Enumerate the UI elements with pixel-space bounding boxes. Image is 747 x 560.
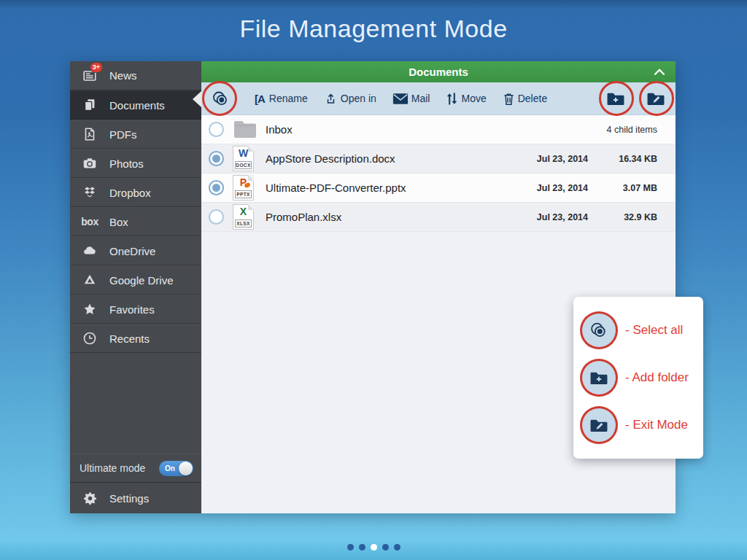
sidebar-item-settings[interactable]: Settings [70, 483, 201, 513]
legend-label: - Add folder [625, 370, 689, 385]
sidebar-item-label: News [109, 69, 137, 82]
exit-mode-button[interactable] [646, 91, 666, 106]
screen: File Management Mode 3+ News Documents [0, 0, 747, 560]
pagination-dot[interactable] [347, 544, 354, 551]
camera-icon [80, 155, 100, 171]
star-icon [80, 301, 100, 317]
settings-label: Settings [109, 492, 149, 505]
dropbox-icon [80, 184, 100, 201]
file-name: PromoPlan.xlsx [266, 211, 504, 223]
panel-title: Documents [409, 66, 468, 78]
row-checkbox[interactable] [209, 122, 224, 137]
legend-card: - Select all - Add folder - Exit Mode [573, 297, 703, 459]
row-checkbox[interactable] [209, 180, 224, 195]
rename-icon: [A [255, 93, 265, 105]
file-name: Inbox [266, 123, 504, 136]
file-row-docx[interactable]: WDOCX AppStore Description.docx Jul 23, … [201, 144, 676, 174]
news-icon: 3+ [80, 68, 100, 84]
file-date: Jul 23, 2014 [504, 212, 588, 222]
file-date: Jul 23, 2014 [504, 154, 588, 164]
add-folder-button[interactable] [605, 91, 626, 106]
google-drive-icon [80, 272, 100, 288]
file-name: AppStore Description.docx [266, 152, 504, 165]
gear-icon [80, 491, 100, 506]
news-unread-badge: 3+ [90, 62, 103, 73]
clock-icon [80, 330, 100, 346]
add-folder-icon [605, 91, 626, 106]
mail-button[interactable]: Mail [392, 93, 430, 105]
file-row-inbox[interactable]: Inbox 4 child items [201, 115, 676, 144]
legend-item-add-folder: - Add folder [573, 361, 703, 394]
pagination-dot[interactable] [382, 544, 389, 551]
sidebar-item-label: Recents [109, 332, 150, 345]
pagination-dot[interactable] [371, 544, 377, 551]
open-in-button[interactable]: Open in [324, 91, 376, 106]
pagination-dot[interactable] [359, 544, 365, 551]
row-checkbox[interactable] [209, 209, 224, 225]
selected-section-pointer [193, 91, 201, 107]
sidebar-item-label: PDFs [109, 128, 137, 141]
sidebar-item-dropbox[interactable]: Dropbox [70, 178, 201, 207]
row-checkbox[interactable] [209, 151, 224, 166]
file-name: Ultimate-PDF-Converter.pptx [266, 182, 504, 194]
move-button[interactable]: Move [446, 91, 486, 106]
documents-icon [80, 97, 100, 113]
sidebar-item-pdfs[interactable]: PDFs [70, 120, 201, 149]
sidebar-item-recents[interactable]: Recents [70, 324, 201, 353]
legend-item-select-all: - Select all [573, 314, 703, 347]
sidebar-item-label: Google Drive [109, 274, 174, 287]
ultimate-mode-label: Ultimate mode [80, 462, 145, 474]
sidebar-item-documents[interactable]: Documents [70, 90, 201, 120]
ultimate-mode-row: Ultimate mode On [70, 454, 201, 483]
file-size: 32.9 KB [588, 212, 657, 222]
box-logo-icon: box [80, 216, 100, 228]
pagination-dot[interactable] [394, 544, 400, 551]
sidebar-item-label: OneDrive [109, 245, 155, 257]
sidebar-item-label: Favorites [109, 303, 155, 316]
pptx-file-icon: PPPTX [233, 175, 266, 201]
sidebar-item-google-drive[interactable]: Google Drive [70, 265, 201, 295]
sidebar-item-onedrive[interactable]: OneDrive [70, 236, 201, 265]
file-date: Jul 23, 2014 [504, 183, 588, 193]
toggle-on-label: On [165, 464, 175, 472]
file-size: 3.07 MB [588, 183, 657, 193]
xlsx-file-icon: XXLSX [233, 204, 266, 230]
file-size: 16.34 KB [588, 154, 657, 164]
file-row-pptx[interactable]: PPPTX Ultimate-PDF-Converter.pptx Jul 23… [201, 174, 676, 203]
exit-mode-icon [646, 91, 666, 106]
select-all-button[interactable] [211, 89, 231, 109]
sidebar-item-box[interactable]: box Box [70, 207, 201, 236]
ultimate-mode-toggle[interactable]: On [159, 461, 193, 476]
folder-icon [233, 120, 266, 139]
move-icon [446, 91, 458, 106]
rename-button[interactable]: [A Rename [255, 93, 308, 105]
file-row-xlsx[interactable]: XXLSX PromoPlan.xlsx Jul 23, 2014 32.9 K… [201, 203, 676, 232]
sidebar-item-label: Dropbox [109, 187, 151, 199]
docx-file-icon: WDOCX [233, 146, 266, 171]
chevron-up-icon[interactable] [654, 68, 665, 76]
sidebar-item-favorites[interactable]: Favorites [70, 295, 201, 324]
sidebar-spacer [70, 353, 201, 454]
sidebar-item-news[interactable]: 3+ News [70, 61, 201, 90]
legend-item-exit-mode: - Exit Mode [573, 408, 703, 442]
select-all-icon [582, 314, 616, 347]
onedrive-cloud-icon [80, 243, 100, 259]
sidebar-item-photos[interactable]: Photos [70, 149, 201, 178]
delete-button[interactable]: Delete [503, 92, 547, 106]
trash-icon [503, 92, 515, 106]
add-folder-icon [582, 361, 616, 394]
sidebar-item-label: Photos [109, 158, 144, 170]
toolbar-right-group [605, 91, 666, 106]
legend-label: - Select all [625, 323, 683, 338]
file-list: Inbox 4 child items WDOCX AppStore Descr… [201, 115, 676, 232]
legend-label: - Exit Mode [625, 418, 688, 432]
sidebar-item-label: Box [109, 216, 128, 228]
panel-header: Documents [201, 61, 676, 82]
file-actions-toolbar: [A Rename Open in Mail Move De [201, 82, 676, 115]
page-title: File Management Mode [0, 15, 747, 43]
open-in-icon [324, 91, 338, 106]
sidebar: 3+ News Documents PDFs Phot [70, 61, 201, 513]
toggle-knob [179, 462, 193, 475]
pagination-dots [0, 544, 747, 551]
pdf-icon [80, 126, 100, 142]
